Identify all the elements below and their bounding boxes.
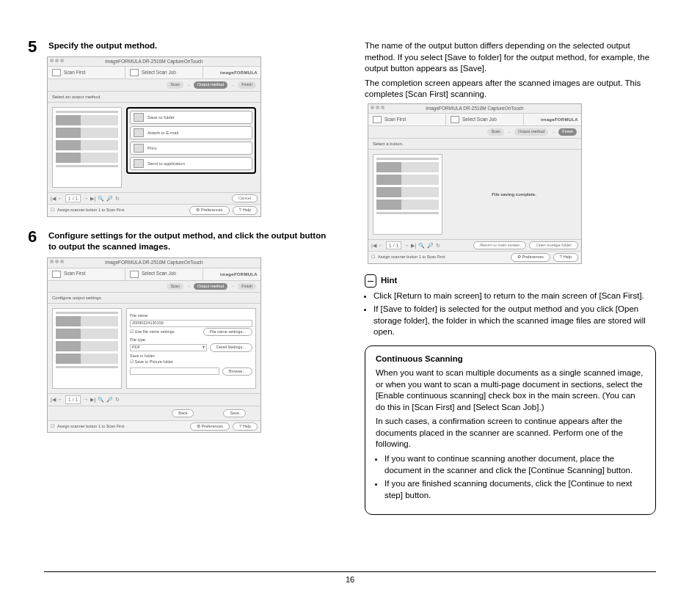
back-button[interactable]: Back bbox=[172, 409, 194, 417]
file-name-settings-button[interactable]: File name settings... bbox=[203, 328, 252, 336]
wizard-steps: Scan→ Output method→ Finish bbox=[368, 126, 581, 138]
folder-icon bbox=[134, 113, 144, 122]
help-button[interactable]: ? Help bbox=[553, 253, 578, 261]
preferences-button[interactable]: ⚙ Preferences bbox=[190, 422, 230, 431]
output-settings-form: File name: 20090224130159 ☑ Use file nam… bbox=[126, 308, 256, 389]
intro-para-1: The name of the output button differs de… bbox=[365, 40, 656, 75]
main-area: Save to folder Attach to E-mail Print Se… bbox=[48, 103, 260, 192]
app-icon bbox=[134, 159, 144, 168]
hand-icon bbox=[373, 116, 382, 123]
action-buttons: Back Save bbox=[48, 406, 260, 420]
option-attach-email[interactable]: Attach to E-mail bbox=[130, 126, 252, 139]
columns: 5 Specify the output method. imageFORMUL… bbox=[44, 40, 656, 515]
save-button[interactable]: Save bbox=[223, 409, 246, 417]
detail-settings-button[interactable]: Detail Settings... bbox=[210, 343, 252, 351]
tab-scan-first[interactable]: Scan First bbox=[48, 67, 125, 78]
continuous-scanning-box: Continuous Scanning When you want to sca… bbox=[365, 345, 656, 515]
save-in-folder-label: Save in folder: bbox=[130, 354, 252, 359]
tabs: Scan First Select Scan Job imageFORMULA bbox=[48, 67, 260, 79]
hint-title: Hint bbox=[381, 275, 397, 287]
cs-title: Continuous Scanning bbox=[376, 354, 645, 365]
step-5: 5 Specify the output method. imageFORMUL… bbox=[44, 40, 335, 217]
hint-icon bbox=[365, 274, 376, 288]
options-highlight: Save to folder Attach to E-mail Print Se… bbox=[126, 107, 256, 174]
preferences-button[interactable]: ⚙Preferences bbox=[189, 206, 230, 214]
pill-finish: Finish bbox=[558, 128, 577, 135]
return-main-button[interactable]: Return to main screen bbox=[473, 241, 526, 249]
file-name-label: File name: bbox=[130, 313, 252, 318]
option-print[interactable]: Print bbox=[130, 142, 252, 155]
help-button[interactable]: ? Help bbox=[233, 422, 258, 431]
save-path-field[interactable] bbox=[130, 367, 219, 375]
tab-select-scan-job-label: Select Scan Job bbox=[142, 70, 176, 76]
tabs: Scan First Select Scan Job imageFORMULA bbox=[368, 114, 581, 126]
option-email-label: Attach to E-mail bbox=[147, 130, 178, 136]
cs-para-2: In such cases, a confirmation screen to … bbox=[376, 416, 645, 450]
printer-icon bbox=[134, 144, 144, 153]
step-5-number: 5 bbox=[28, 36, 37, 58]
preferences-button[interactable]: ⚙ Preferences bbox=[511, 253, 550, 261]
tabs: Scan First Select Scan Job imageFORMULA bbox=[48, 268, 260, 281]
page-preview bbox=[373, 154, 442, 235]
subhead: Select an output method. bbox=[48, 92, 260, 103]
tab-scan-first[interactable]: Scan First bbox=[368, 114, 446, 125]
screenshot-complete: imageFORMULA DR-2510M CaptureOnTouch Sca… bbox=[368, 103, 582, 264]
scanner-icon bbox=[451, 116, 459, 123]
window-controls bbox=[48, 258, 66, 265]
cs-para-1: When you want to scan multiple documents… bbox=[376, 367, 645, 413]
file-type-label: File type: bbox=[130, 337, 252, 343]
cancel-button[interactable]: Cancel bbox=[232, 194, 258, 202]
intro-para-2: The completion screen appears after the … bbox=[365, 78, 656, 100]
step-5-title: Specify the output method. bbox=[44, 40, 335, 52]
open-storage-folder-button[interactable]: Open storage folder bbox=[529, 241, 578, 249]
step-6-title: Configure settings for the output method… bbox=[44, 230, 335, 253]
hand-icon bbox=[52, 271, 61, 278]
screenshot-output-settings: imageFORMULA DR-2510M CaptureOnTouch Sca… bbox=[47, 257, 261, 433]
main-area: File saving complete. bbox=[368, 150, 581, 239]
use-filename-settings-checkbox[interactable]: ☑ Use file name settings bbox=[130, 329, 175, 334]
hint-item-2: If [Save to folder] is selected for the … bbox=[373, 304, 656, 338]
hint-item-1: Click [Return to main screen] to return … bbox=[373, 290, 656, 302]
page: 5 Specify the output method. imageFORMUL… bbox=[0, 0, 700, 600]
option-save-to-folder[interactable]: Save to folder bbox=[130, 111, 252, 124]
cs-item-1: If you want to continue scanning another… bbox=[384, 453, 645, 476]
scanner-icon bbox=[130, 271, 139, 278]
subhead: Select a button. bbox=[368, 139, 581, 150]
file-type-select[interactable]: PDF▾ bbox=[130, 344, 207, 351]
brand-logo: imageFORMULA bbox=[524, 114, 581, 125]
option-send-to-app[interactable]: Send to application bbox=[130, 157, 252, 170]
tab-select-scan-job[interactable]: Select Scan Job bbox=[446, 114, 524, 125]
pill-output: Output method bbox=[514, 128, 548, 135]
step-6-number: 6 bbox=[28, 226, 37, 248]
window-title: imageFORMULA DR-2510M CaptureOnTouch bbox=[48, 258, 260, 268]
window-title: imageFORMULA DR-2510M CaptureOnTouch bbox=[48, 57, 260, 67]
pill-scan: Scan bbox=[167, 81, 183, 88]
save-to-picture-folder-checkbox[interactable]: ☑ Save to Picture folder bbox=[130, 359, 252, 365]
screenshot-output-method: imageFORMULA DR-2510M CaptureOnTouch Sca… bbox=[47, 56, 261, 217]
assign-label: Assign scanner button 1 to Scan First bbox=[57, 424, 124, 429]
tab-label: Scan First bbox=[64, 271, 85, 277]
tab-scan-first[interactable]: Scan First bbox=[48, 268, 125, 280]
brand-logo: imageFORMULA bbox=[203, 268, 260, 280]
preview-toolbar: |◀←1 / 1→▶|🔍🔎↻ Cancel bbox=[48, 192, 260, 204]
subhead: Configure output settings. bbox=[48, 293, 260, 304]
main-area: File name: 20090224130159 ☑ Use file nam… bbox=[48, 304, 260, 393]
tab-label: Scan First bbox=[384, 117, 406, 123]
page-number: 16 bbox=[0, 574, 700, 585]
cs-item-2: If you are finished scanning documents, … bbox=[384, 478, 645, 501]
window-title: imageFORMULA DR-2510M CaptureOnTouch bbox=[368, 104, 581, 114]
wizard-steps: Scan→ Output method→ Finish bbox=[48, 79, 260, 91]
pill-output: Output method bbox=[194, 81, 227, 88]
help-button[interactable]: ?Help bbox=[233, 206, 258, 214]
pill-output: Output method bbox=[194, 283, 227, 290]
scanner-icon bbox=[130, 69, 139, 76]
tab-select-scan-job[interactable]: Select Scan Job bbox=[125, 268, 203, 280]
status-message: File saving complete. bbox=[447, 150, 581, 239]
footer-bar: ☐Assign scanner button 1 to Scan First ⚙… bbox=[48, 420, 260, 432]
browse-button[interactable]: Browse... bbox=[222, 367, 252, 376]
assign-label: Assign scanner button 1 to Scan First bbox=[378, 255, 445, 260]
wizard-steps: Scan→ Output method→ Finish bbox=[48, 281, 260, 293]
file-name-field[interactable]: 20090224130159 bbox=[130, 320, 252, 327]
page-preview bbox=[52, 308, 122, 389]
tab-select-scan-job[interactable]: Select Scan Job bbox=[125, 67, 203, 78]
